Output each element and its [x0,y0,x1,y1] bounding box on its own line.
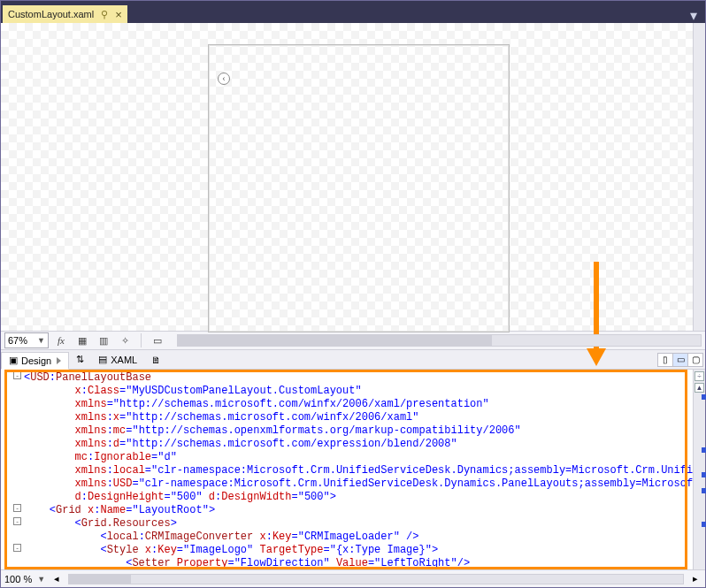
editor-horizontal-scrollbar[interactable] [68,574,684,584]
designer-vertical-scrollbar[interactable] [693,23,705,331]
tab-overflow-dropdown[interactable]: ▾ [686,7,702,23]
code-line[interactable]: x:Class="MyUSDCustomPanelLayout.CustomLa… [24,385,693,398]
design-icon: ▣ [9,355,18,366]
collapse-icon: ▢ [692,355,700,364]
vsplit-icon: ▯ [663,355,668,364]
design-canvas[interactable] [208,44,510,332]
tab-xaml[interactable]: ▤ XAML [91,351,144,369]
change-marker [702,472,706,477]
separator [141,333,142,347]
vertical-split-button[interactable]: ▯ [657,353,673,367]
chevron-down-icon[interactable]: ▼ [37,575,45,584]
horizontal-split-button[interactable]: ▭ [672,353,688,367]
ruler-icon: ▭ [153,335,162,347]
fold-toggle[interactable]: - [13,517,21,525]
tab-design-label: Design [21,355,51,366]
split-pane-tabs: ▣ Design ⇅ ▤ XAML 🗎 ▯ ▭ ▢ [1,350,705,370]
change-marker [702,488,706,493]
code-line[interactable]: <Grid.Resources> [24,517,693,531]
nav-left-button[interactable]: ◂ [50,573,63,584]
document-tab-strip: CustomLayout.xaml ⚲ × ▾ [1,4,705,23]
change-marker [702,447,706,453]
chevron-down-icon: ▼ [37,336,45,345]
editor-text-area[interactable]: <USD:PanelLayoutBase x:Class="MyUSDCusto… [22,370,693,569]
fold-toggle[interactable]: - [13,504,21,512]
snap-icon: ▥ [99,335,108,347]
change-marker [702,522,706,527]
code-line[interactable]: xmlns:mc="http://schemas.openxmlformats.… [24,424,693,438]
code-line[interactable]: <local:CRMImageConverter x:Key="CRMImage… [24,531,693,544]
code-line[interactable]: xmlns:x="http://schemas.microsoft.com/wi… [24,411,693,424]
ruler-button[interactable]: ▭ [149,332,166,348]
chevron-right-icon [57,357,61,364]
snap-lines-button[interactable]: ✧ [116,332,134,348]
editor-zoom-label[interactable]: 100 % [4,574,32,584]
editor-gutter[interactable]: ---- [1,370,22,569]
snaplines-icon: ✧ [121,335,129,347]
xaml-icon: ▤ [98,354,107,365]
document-icon: 🗎 [151,355,161,365]
change-marker [702,394,706,400]
document-outline-button[interactable]: 🗎 [144,351,168,369]
code-line[interactable]: xmlns:USD="clr-namespace:Microsoft.Crm.U… [24,477,693,491]
swap-icon: ⇅ [76,354,84,365]
hsplit-icon: ▭ [677,355,685,364]
zoom-value: 67% [8,335,27,346]
zoom-combo[interactable]: 67% ▼ [4,332,49,348]
pin-icon[interactable]: ⚲ [101,9,108,20]
fold-toggle[interactable]: - [13,544,21,552]
swap-panes-button[interactable]: ⇅ [69,351,91,369]
editor-bottom-bar: 100 % ▼ ◂ ▸ [1,569,705,587]
code-line[interactable]: d:DesignHeight="500" d:DesignWidth="500"… [24,491,693,504]
code-line[interactable]: <Setter Property="FlowDirection" Value="… [24,557,693,569]
tab-xaml-label: XAML [111,355,137,365]
code-line[interactable]: <Grid x:Name="LayoutRoot"> [24,504,693,517]
collapse-pane-button[interactable]: ▢ [687,353,703,367]
code-line[interactable]: <Style x:Key="ImageLogo" TargetType="{x:… [24,544,693,557]
grid-toggle-button[interactable]: ▦ [73,332,91,348]
tab-design[interactable]: ▣ Design [1,352,69,370]
editor-vertical-scrollbar[interactable]: ÷ ▲ [693,370,705,569]
xaml-editor[interactable]: ---- <USD:PanelLayoutBase x:Class="MyUSD… [1,370,705,569]
code-line[interactable]: xmlns="http://schemas.microsoft.com/winf… [24,398,693,411]
grid-icon: ▦ [78,335,87,347]
nav-right-button[interactable]: ▸ [689,573,702,584]
fold-toggle[interactable]: - [13,371,21,379]
snap-toggle-button[interactable]: ▥ [95,332,112,348]
designer-horizontal-scrollbar[interactable] [177,334,702,347]
close-icon[interactable]: × [115,9,122,20]
tab-filename: CustomLayout.xaml [8,9,94,19]
canvas-handle[interactable]: ‹ [218,73,230,85]
document-tab-active[interactable]: CustomLayout.xaml ⚲ × [3,5,127,23]
code-line[interactable]: xmlns:d="http://schemas.microsoft.com/ex… [24,438,693,451]
code-line[interactable]: xmlns:local="clr-namespace:Microsoft.Crm… [24,464,693,477]
code-line[interactable]: mc:Ignorable="d" [24,451,693,464]
code-line[interactable]: <USD:PanelLayoutBase [24,371,693,385]
designer-toolbar: 67% ▼ fx ▦ ▥ ✧ ▭ [1,331,705,350]
scroll-up-button[interactable]: ▲ [694,383,704,393]
split-editor-button[interactable]: ÷ [694,371,704,381]
designer-surface[interactable]: ‹ [1,23,705,331]
effects-button[interactable]: fx [52,332,70,348]
